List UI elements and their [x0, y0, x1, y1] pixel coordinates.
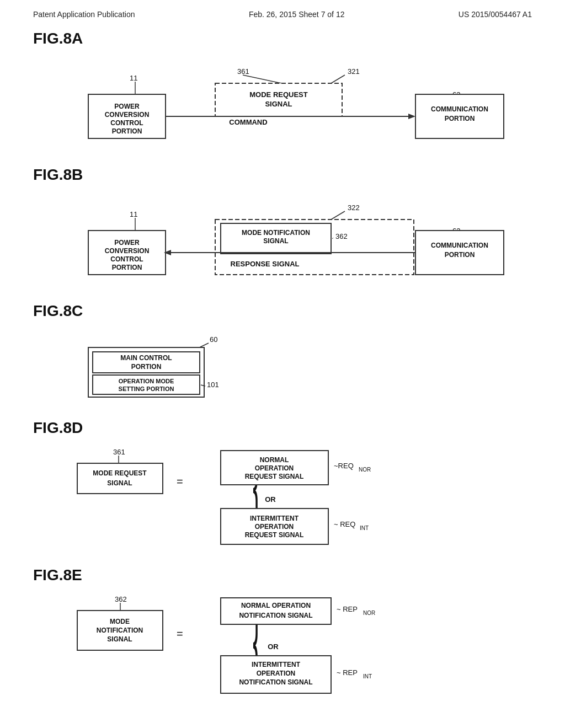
fig8a-n11: 11 [130, 74, 137, 82]
fig8b-mode-notif-line1: MODE NOTIFICATION [242, 229, 310, 237]
figure-8a: FIG.8A 11 POWER CONVERSION CONTROL PORTI… [33, 30, 532, 149]
fig8a-label: FIG.8A [33, 30, 532, 47]
fig8e-normal-line1: NORMAL OPERATION [241, 602, 311, 609]
figure-8b: FIG.8B 11 POWER CONVERSION CONTROL PORTI… [33, 166, 532, 286]
svg-text:PORTION: PORTION [112, 264, 142, 271]
fig8d-inter-line1: INTERMITTENT [250, 515, 299, 522]
svg-line-15 [331, 211, 345, 220]
fig8b-n11: 11 [130, 210, 137, 218]
fig8c-diagram: 60 MAIN CONTROL PORTION OPERATION MODE S… [33, 325, 530, 403]
fig8d-or: OR [265, 495, 276, 504]
fig8a-mode-request-line2: SIGNAL [265, 100, 292, 108]
fig8d-mode-req-line2: SIGNAL [107, 479, 132, 487]
fig8d-inter-line3: REQUEST SIGNAL [245, 531, 304, 539]
fig8b-n362: 362 [335, 232, 348, 240]
fig8c-n101: 101 [207, 381, 219, 389]
fig8a-command: COMMAND [229, 118, 267, 126]
fig8a-n361: 361 [237, 67, 249, 76]
fig8e-inter-line1: INTERMITTENT [252, 661, 301, 668]
fig8d-normal-line1: NORMAL [260, 456, 289, 464]
fig8a-n321: 321 [348, 67, 360, 76]
fig8c-n60: 60 [210, 335, 217, 344]
fig8e-rep-nor: ~ REP [337, 605, 358, 613]
fig8e-n362: 362 [115, 595, 127, 603]
fig8d-req-nor-sub: NOR [359, 467, 371, 473]
fig8e-label: FIG.8E [33, 566, 532, 584]
fig8b-n322: 322 [348, 204, 360, 212]
svg-text:CONTROL: CONTROL [110, 255, 143, 263]
fig8a-comm-line1: COMMUNICATION [431, 105, 488, 113]
fig8e-rep-int: ~ REP [337, 668, 358, 677]
fig8c-op-mode-line2: SETTING PORTION [119, 386, 174, 392]
header-right: US 2015/0054467 A1 [459, 10, 532, 19]
fig8d-n361: 361 [113, 448, 125, 456]
figure-8c: FIG.8C 60 MAIN CONTROL PORTION OPERATION… [33, 302, 532, 403]
fig8b-mode-notif-line2: SIGNAL [263, 237, 288, 245]
main-content: FIG.8A 11 POWER CONVERSION CONTROL PORTI… [0, 19, 565, 728]
fig8d-mode-req-line1: MODE REQUEST [93, 469, 147, 477]
fig8d-equals: = [177, 475, 183, 488]
fig8d-inter-line2: OPERATION [255, 523, 294, 531]
svg-line-2 [243, 75, 281, 83]
header-middle: Feb. 26, 2015 Sheet 7 of 12 [249, 10, 345, 19]
svg-rect-31 [77, 463, 163, 494]
svg-line-3 [331, 75, 345, 83]
fig8a-mode-request-line1: MODE REQUEST [249, 90, 308, 99]
fig8d-normal-line2: OPERATION [255, 464, 294, 472]
svg-marker-6 [408, 114, 415, 119]
fig8d-diagram: 361 MODE REQUEST SIGNAL = { NORMAL OPERA… [33, 442, 530, 550]
fig8d-label: FIG.8D [33, 419, 532, 437]
fig8e-rep-int-sub: INT [363, 673, 372, 679]
fig8e-diagram: 362 MODE NOTIFICATION SIGNAL = { NORMAL … [33, 590, 530, 705]
fig8d-normal-line3: REQUEST SIGNAL [245, 473, 304, 480]
fig8b-response: RESPONSE SIGNAL [231, 260, 300, 268]
fig8a-power-line4: PORTION [112, 127, 142, 135]
fig8d-req-int: ~ REQ [334, 520, 355, 528]
fig8e-mode-notif-line1: MODE [110, 618, 130, 625]
fig8c-main-ctrl-line2: PORTION [131, 363, 162, 371]
fig8a-power-line2: CONVERSION [105, 111, 150, 119]
fig8a-power-line1: POWER [114, 103, 140, 110]
figure-8d: FIG.8D 361 MODE REQUEST SIGNAL = { NORMA… [33, 419, 532, 550]
fig8c-main-ctrl-line1: MAIN CONTROL [120, 354, 172, 362]
fig8d-req-int-sub: INT [360, 525, 369, 531]
fig8e-rep-nor-sub: NOR [363, 610, 375, 616]
fig8e-equals: = [177, 628, 183, 640]
fig8a-diagram: 11 POWER CONVERSION CONTROL PORTION 361 … [33, 53, 530, 149]
fig8e-or: OR [268, 643, 279, 651]
fig8e-normal-line2: NOTIFICATION SIGNAL [239, 612, 312, 619]
fig8e-inter-line3: NOTIFICATION SIGNAL [239, 678, 312, 686]
figure-8e: FIG.8E 362 MODE NOTIFICATION SIGNAL = { … [33, 566, 532, 705]
fig8e-mode-notif-line2: NOTIFICATION [97, 627, 143, 634]
fig8e-inter-line2: OPERATION [257, 670, 295, 677]
fig8b-label: FIG.8B [33, 166, 532, 184]
svg-text:POWER: POWER [114, 239, 140, 247]
fig8a-power-line3: CONTROL [110, 119, 143, 127]
header-left: Patent Application Publication [33, 10, 135, 19]
page-header: Patent Application Publication Feb. 26, … [0, 0, 565, 19]
fig8c-label: FIG.8C [33, 302, 532, 320]
svg-text:PORTION: PORTION [445, 251, 475, 259]
fig8b-diagram: 11 POWER CONVERSION CONTROL PORTION 322 … [33, 189, 530, 286]
fig8a-comm-line2: PORTION [445, 115, 475, 122]
fig8d-req-nor: ~REQ [334, 462, 354, 470]
svg-text:CONVERSION: CONVERSION [105, 247, 150, 255]
fig8e-mode-notif-line3: SIGNAL [107, 635, 132, 643]
svg-text:COMMUNICATION: COMMUNICATION [431, 242, 488, 249]
fig8c-op-mode-line1: OPERATION MODE [119, 378, 174, 384]
